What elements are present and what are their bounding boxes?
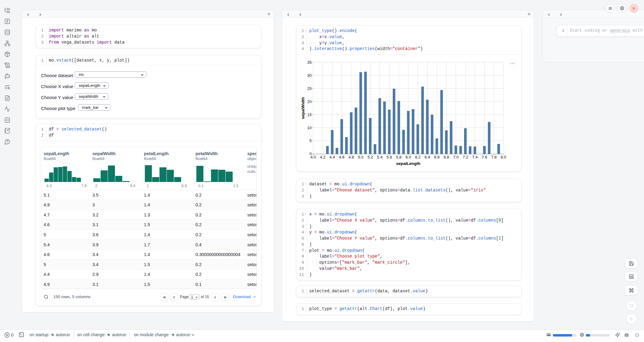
svg-text:6.2: 6.2 xyxy=(415,155,420,159)
svg-text:10: 10 xyxy=(307,126,312,130)
svg-text:7.2: 7.2 xyxy=(463,155,468,159)
svg-text:7.8: 7.8 xyxy=(491,155,497,159)
svg-text:6.4: 6.4 xyxy=(424,155,430,159)
svg-text:20: 20 xyxy=(307,99,312,104)
svg-text:sepalWidth: sepalWidth xyxy=(301,97,305,119)
svg-text:4.4: 4.4 xyxy=(329,155,335,159)
svg-text:15: 15 xyxy=(307,112,312,117)
svg-text:6.0: 6.0 xyxy=(406,155,411,159)
svg-text:6.6: 6.6 xyxy=(434,155,440,159)
svg-text:4.0: 4.0 xyxy=(310,155,316,159)
svg-text:5.0: 5.0 xyxy=(358,155,363,159)
svg-text:35: 35 xyxy=(307,60,312,65)
svg-text:4.2: 4.2 xyxy=(320,155,325,159)
svg-text:5.8: 5.8 xyxy=(396,155,402,159)
svg-text:6.8: 6.8 xyxy=(444,155,449,159)
svg-text:sepalLength: sepalLength xyxy=(396,161,420,166)
svg-text:5.4: 5.4 xyxy=(377,155,382,159)
svg-text:7.0: 7.0 xyxy=(453,155,459,159)
svg-text:4.8: 4.8 xyxy=(349,155,354,159)
svg-text:7.4: 7.4 xyxy=(472,155,478,159)
svg-text:30: 30 xyxy=(307,73,312,78)
svg-text:7.6: 7.6 xyxy=(482,155,487,159)
svg-text:5.6: 5.6 xyxy=(387,155,392,159)
svg-text:5.2: 5.2 xyxy=(367,155,373,159)
svg-text:8.0: 8.0 xyxy=(501,155,506,159)
svg-text:5: 5 xyxy=(309,138,312,143)
svg-text:25: 25 xyxy=(307,86,312,91)
svg-text:4.6: 4.6 xyxy=(339,155,345,159)
